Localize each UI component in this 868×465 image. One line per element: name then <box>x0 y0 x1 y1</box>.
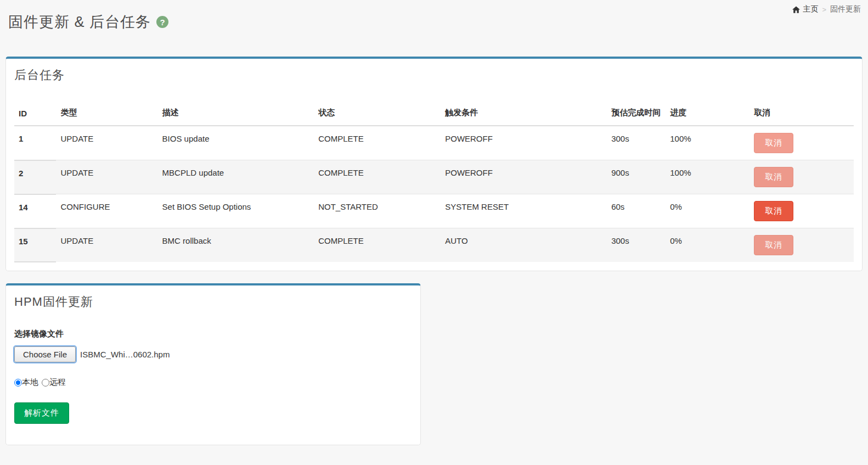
cell-cancel: 取消 <box>749 126 854 160</box>
column-header: 取消 <box>749 103 854 126</box>
page-title: 固件更新 & 后台任务 <box>8 12 151 32</box>
cell-description: Set BIOS Setup Options <box>158 194 314 228</box>
background-tasks-title: 后台任务 <box>14 67 854 83</box>
cell-progress: 100% <box>666 126 749 160</box>
breadcrumb-home-link[interactable]: 主页 <box>792 4 818 14</box>
file-source-radio-label[interactable]: 本地 <box>22 377 38 388</box>
cell-cancel: 取消 <box>749 228 854 262</box>
column-header: 进度 <box>666 103 749 126</box>
cell-type: UPDATE <box>56 228 157 262</box>
cell-trigger: AUTO <box>441 228 607 262</box>
cell-description: BMC rollback <box>158 228 314 262</box>
selected-file-name: ISBMC_Whi…0602.hpm <box>80 350 170 359</box>
cell-progress: 0% <box>666 228 749 262</box>
cell-cancel: 取消 <box>749 160 854 194</box>
breadcrumb-separator: > <box>822 5 826 14</box>
breadcrumb-home-label: 主页 <box>803 4 818 14</box>
column-header: 预估完成时间 <box>607 103 666 126</box>
hpm-firmware-update-panel: HPM固件更新 选择镜像文件 Choose File ISBMC_Whi…060… <box>5 283 421 445</box>
cell-trigger: POWEROFF <box>441 126 607 160</box>
cell-id: 14 <box>14 194 56 228</box>
cell-trigger: POWEROFF <box>441 160 607 194</box>
help-icon[interactable]: ? <box>156 16 168 28</box>
home-icon <box>792 6 800 13</box>
cell-type: CONFIGURE <box>56 194 157 228</box>
cell-id: 1 <box>14 126 56 160</box>
column-header: 触发条件 <box>441 103 607 126</box>
background-tasks-table: ID类型描述状态触发条件预估完成时间进度取消 1UPDATEBIOS updat… <box>14 103 854 262</box>
select-image-file-label: 选择镜像文件 <box>14 329 412 339</box>
cell-type: UPDATE <box>56 160 157 194</box>
cell-type: UPDATE <box>56 126 157 160</box>
cell-trigger: SYSTEM RESET <box>441 194 607 228</box>
page-header: 主页 > 固件更新 固件更新 & 后台任务 ? <box>0 0 868 57</box>
file-source-radio[interactable] <box>14 379 22 386</box>
table-row: 1UPDATEBIOS updateCOMPLETEPOWEROFF300s10… <box>14 126 854 160</box>
file-source-radio-group: 本地远程 <box>14 377 412 388</box>
image-file-input[interactable]: Choose File ISBMC_Whi…0602.hpm <box>14 346 412 362</box>
cell-description: MBCPLD update <box>158 160 314 194</box>
breadcrumb-current: 固件更新 <box>830 4 861 14</box>
cancel-button[interactable]: 取消 <box>754 201 793 221</box>
hpm-panel-title: HPM固件更新 <box>14 294 412 310</box>
column-header: 状态 <box>314 103 441 126</box>
table-row: 2UPDATEMBCPLD updateCOMPLETEPOWEROFF900s… <box>14 160 854 194</box>
table-row: 15UPDATEBMC rollbackCOMPLETEAUTO300s0%取消 <box>14 228 854 262</box>
cell-time: 900s <box>607 160 666 194</box>
file-source-radio-label[interactable]: 远程 <box>49 377 66 388</box>
breadcrumb: 主页 > 固件更新 <box>792 4 861 14</box>
cell-id: 2 <box>14 160 56 194</box>
cell-cancel: 取消 <box>749 194 854 228</box>
cell-time: 60s <box>607 194 666 228</box>
column-header: 描述 <box>158 103 314 126</box>
cell-description: BIOS update <box>158 126 314 160</box>
choose-file-button[interactable]: Choose File <box>14 346 76 362</box>
cell-state: NOT_STARTED <box>314 194 441 228</box>
cell-id: 15 <box>14 228 56 262</box>
column-header: 类型 <box>56 103 157 126</box>
cell-progress: 0% <box>666 194 749 228</box>
cell-state: COMPLETE <box>314 160 441 194</box>
cancel-button: 取消 <box>754 133 793 153</box>
cancel-button: 取消 <box>754 235 793 255</box>
file-source-radio[interactable] <box>42 379 49 386</box>
background-tasks-panel: 后台任务 ID类型描述状态触发条件预估完成时间进度取消 1UPDATEBIOS … <box>5 57 863 271</box>
column-header: ID <box>14 103 56 126</box>
cell-progress: 100% <box>666 160 749 194</box>
cell-time: 300s <box>607 228 666 262</box>
cell-state: COMPLETE <box>314 126 441 160</box>
cell-time: 300s <box>607 126 666 160</box>
parse-file-button[interactable]: 解析文件 <box>14 402 69 424</box>
cancel-button: 取消 <box>754 167 793 187</box>
table-row: 14CONFIGURESet BIOS Setup OptionsNOT_STA… <box>14 194 854 228</box>
table-header-row: ID类型描述状态触发条件预估完成时间进度取消 <box>14 103 854 126</box>
cell-state: COMPLETE <box>314 228 441 262</box>
